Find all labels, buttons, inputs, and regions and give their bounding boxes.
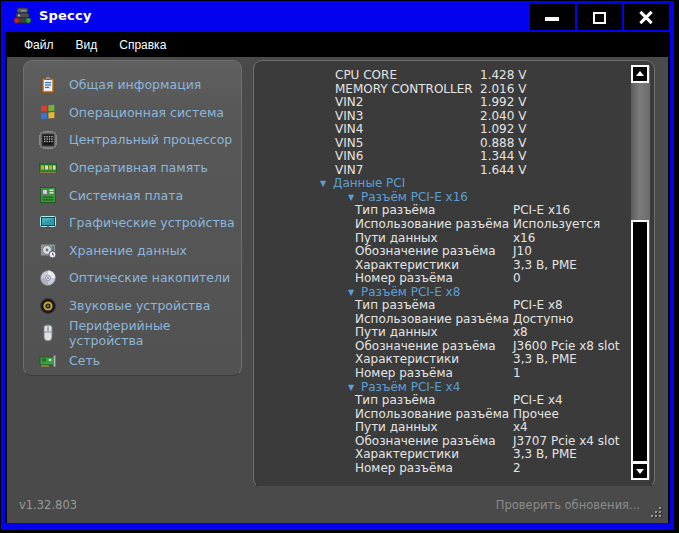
row-label: Обозначение разъёма <box>355 435 496 449</box>
row-value: 3,3 В, PME <box>513 448 577 462</box>
sidebar-item-3[interactable]: Оперативная память <box>24 154 241 182</box>
maximize-button[interactable] <box>577 4 622 30</box>
row-label: Характеристики <box>355 448 459 462</box>
sidebar-item-label: Общая информация <box>69 77 201 92</box>
menu-item-2[interactable]: Справка <box>108 35 177 55</box>
data-row: MEMORY CONTROLLER2.016 V <box>254 83 624 97</box>
data-row: Обозначение разъёмаJ3600 Pcie x8 slot <box>254 340 624 354</box>
data-row: VIN50.888 V <box>254 137 624 151</box>
window-controls <box>528 4 669 30</box>
data-row: Тип разъёмаPCI-E x4 <box>254 394 624 408</box>
section-header[interactable]: ▼Разъём PCI-E x8 <box>254 286 624 300</box>
menu-item-0[interactable]: Файл <box>13 35 65 55</box>
sidebar: Общая информацияОперационная системаЦент… <box>23 60 242 376</box>
sidebar-item-label: Сеть <box>69 353 100 368</box>
sidebar-item-label: Графические устройства <box>69 215 235 230</box>
data-row: VIN61.344 V <box>254 150 624 164</box>
row-value: 2 <box>513 462 521 476</box>
minimize-button[interactable] <box>530 4 575 30</box>
section-label: Разъём PCI-E x8 <box>361 286 460 300</box>
data-row: Пути данныхx4 <box>254 421 624 435</box>
collapse-triangle-icon[interactable]: ▼ <box>348 191 354 205</box>
row-label: VIN7 <box>335 164 363 178</box>
check-updates-link[interactable]: Проверить обновения... <box>496 498 640 512</box>
windows-icon <box>39 103 57 121</box>
resize-grip-icon[interactable] <box>648 504 661 517</box>
row-value: Используется <box>513 218 600 232</box>
row-value: 2.016 V <box>480 83 526 97</box>
data-row: Использование разъёмаИспользуется <box>254 218 624 232</box>
data-row: Обозначение разъёмаJ10 <box>254 245 624 259</box>
data-row: VIN21.992 V <box>254 96 624 110</box>
sidebar-item-9[interactable]: Периферийные устройства <box>24 319 241 347</box>
menu-item-1[interactable]: Вид <box>65 35 109 55</box>
data-row: VIN71.644 V <box>254 164 624 178</box>
sidebar-item-8[interactable]: Звуковые устройства <box>24 292 241 320</box>
row-label: Номер разъёма <box>355 367 453 381</box>
row-value: 1.092 V <box>480 123 526 137</box>
collapse-triangle-icon[interactable]: ▼ <box>320 177 326 191</box>
row-label: Пути данных <box>355 421 438 435</box>
sidebar-item-0[interactable]: Общая информация <box>24 71 241 99</box>
data-row: Характеристики3,3 В, PME <box>254 353 624 367</box>
row-label: VIN6 <box>335 150 363 164</box>
row-label: VIN3 <box>335 110 363 124</box>
sidebar-item-2[interactable]: Центральный процессор <box>24 126 241 154</box>
row-value: 0.888 V <box>480 137 526 151</box>
scroll-down-button[interactable] <box>631 462 649 480</box>
data-row: Номер разъёма1 <box>254 367 624 381</box>
sidebar-item-label: Оптические накопители <box>69 270 230 285</box>
cpu-icon <box>39 131 57 149</box>
data-row: Характеристики3,3 В, PME <box>254 448 624 462</box>
sidebar-item-label: Операционная система <box>69 105 224 120</box>
section-header[interactable]: ▼Разъём PCI-E x16 <box>254 191 624 205</box>
row-value: Прочее <box>513 408 559 422</box>
network-icon <box>39 352 57 370</box>
maximize-icon <box>593 12 606 24</box>
app-window: Speccy ФайлВидСправка Общая информацияОп… <box>1 1 674 530</box>
row-label: Использование разъёма <box>355 313 509 327</box>
sidebar-item-1[interactable]: Операционная система <box>24 99 241 127</box>
row-value: 0 <box>513 272 521 286</box>
sidebar-item-5[interactable]: Графические устройства <box>24 209 241 237</box>
scrollbar-thumb[interactable] <box>631 220 649 463</box>
row-value: J3600 Pcie x8 slot <box>513 340 619 354</box>
section-header[interactable]: ▼Разъём PCI-E x4 <box>254 381 624 395</box>
collapse-triangle-icon[interactable]: ▼ <box>348 286 354 300</box>
data-row: Использование разъёмаПрочее <box>254 408 624 422</box>
scroll-up-button[interactable] <box>631 65 649 83</box>
row-label: Пути данных <box>355 232 438 246</box>
row-label: Характеристики <box>355 353 459 367</box>
row-label: Пути данных <box>355 326 438 340</box>
data-row: VIN32.040 V <box>254 110 624 124</box>
data-row: Использование разъёмаДоступно <box>254 313 624 327</box>
row-value: PCI-E x4 <box>513 394 563 408</box>
row-value: 1.344 V <box>480 150 526 164</box>
sidebar-item-6[interactable]: Хранение данных <box>24 237 241 265</box>
hdd-icon <box>39 241 57 259</box>
sidebar-item-label: Системная плата <box>69 188 183 203</box>
row-value: 3,3 В, PME <box>513 259 577 273</box>
data-row: CPU CORE1.428 V <box>254 69 624 83</box>
version-label: v1.32.803 <box>19 498 77 512</box>
row-label: Номер разъёма <box>355 272 453 286</box>
title-bar[interactable]: Speccy <box>1 1 674 32</box>
scrollbar[interactable] <box>631 65 650 480</box>
sidebar-item-7[interactable]: Оптические накопители <box>24 264 241 292</box>
section-label: Разъём PCI-E x16 <box>361 191 468 205</box>
sidebar-item-10[interactable]: Сеть <box>24 347 241 375</box>
close-button[interactable] <box>624 4 669 30</box>
clipboard-icon <box>39 76 57 94</box>
section-header[interactable]: ▼Данные PCI <box>254 177 624 191</box>
row-value: x4 <box>513 421 528 435</box>
row-value: x16 <box>513 232 535 246</box>
menu-bar: ФайлВидСправка <box>5 32 670 57</box>
sidebar-item-4[interactable]: Системная плата <box>24 181 241 209</box>
row-value: 1.428 V <box>480 69 526 83</box>
row-value: 3,3 В, PME <box>513 353 577 367</box>
data-row: Обозначение разъёмаJ3707 Pcie x4 slot <box>254 435 624 449</box>
status-bar: v1.32.803 Проверить обновения... <box>5 486 670 523</box>
collapse-triangle-icon[interactable]: ▼ <box>348 381 354 395</box>
data-row: VIN41.092 V <box>254 123 624 137</box>
client-area: ФайлВидСправка Общая информацияОперацион… <box>5 32 670 523</box>
